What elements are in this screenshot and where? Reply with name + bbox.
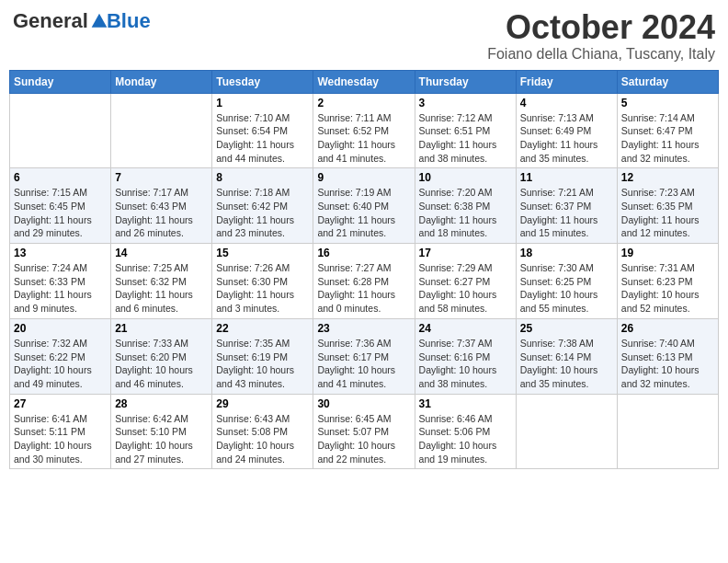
logo: General Blue (13, 9, 151, 33)
calendar-cell: 18Sunrise: 7:30 AMSunset: 6:25 PMDayligh… (516, 244, 617, 319)
weekday-header-thursday: Thursday (415, 70, 516, 93)
calendar-cell (111, 93, 212, 168)
day-number: 9 (317, 171, 410, 184)
calendar-cell: 29Sunrise: 6:43 AMSunset: 5:08 PMDayligh… (212, 394, 313, 469)
day-info: Sunrise: 7:35 AMSunset: 6:19 PMDaylight:… (216, 337, 309, 391)
calendar-cell: 15Sunrise: 7:26 AMSunset: 6:30 PMDayligh… (212, 244, 313, 319)
calendar-cell (617, 394, 718, 469)
day-info: Sunrise: 7:19 AMSunset: 6:40 PMDaylight:… (317, 186, 410, 240)
calendar-week-5: 27Sunrise: 6:41 AMSunset: 5:11 PMDayligh… (10, 394, 719, 469)
calendar-table: SundayMondayTuesdayWednesdayThursdayFrid… (9, 70, 719, 470)
calendar-cell (10, 93, 111, 168)
month-title: October 2024 (487, 9, 715, 46)
day-info: Sunrise: 7:32 AMSunset: 6:22 PMDaylight:… (14, 337, 107, 391)
day-number: 17 (419, 247, 512, 259)
day-number: 2 (317, 97, 410, 109)
day-number: 27 (14, 397, 107, 410)
calendar-week-2: 6Sunrise: 7:15 AMSunset: 6:45 PMDaylight… (10, 168, 719, 244)
day-info: Sunrise: 7:20 AMSunset: 6:38 PMDaylight:… (419, 186, 512, 240)
day-info: Sunrise: 7:27 AMSunset: 6:28 PMDaylight:… (317, 261, 410, 316)
day-info: Sunrise: 7:25 AMSunset: 6:32 PMDaylight:… (115, 261, 208, 316)
svg-marker-0 (92, 14, 108, 28)
day-info: Sunrise: 7:14 AMSunset: 6:47 PMDaylight:… (621, 111, 714, 166)
weekday-header-sunday: Sunday (10, 70, 111, 93)
day-number: 22 (216, 322, 309, 335)
calendar-cell: 1Sunrise: 7:10 AMSunset: 6:54 PMDaylight… (212, 93, 313, 168)
day-number: 30 (317, 397, 410, 410)
calendar-cell: 3Sunrise: 7:12 AMSunset: 6:51 PMDaylight… (415, 93, 516, 168)
calendar-cell: 28Sunrise: 6:42 AMSunset: 5:10 PMDayligh… (111, 394, 212, 469)
day-info: Sunrise: 7:23 AMSunset: 6:35 PMDaylight:… (621, 186, 714, 240)
day-number: 12 (621, 171, 714, 184)
day-number: 6 (14, 171, 107, 184)
day-number: 26 (621, 322, 714, 335)
day-info: Sunrise: 7:11 AMSunset: 6:52 PMDaylight:… (317, 111, 410, 166)
logo-blue-text: Blue (107, 9, 151, 33)
calendar-cell: 7Sunrise: 7:17 AMSunset: 6:43 PMDaylight… (111, 168, 212, 244)
calendar-cell: 14Sunrise: 7:25 AMSunset: 6:32 PMDayligh… (111, 244, 212, 319)
day-info: Sunrise: 7:13 AMSunset: 6:49 PMDaylight:… (520, 111, 613, 166)
day-number: 20 (14, 322, 107, 335)
calendar-cell: 24Sunrise: 7:37 AMSunset: 6:16 PMDayligh… (415, 318, 516, 394)
day-info: Sunrise: 7:10 AMSunset: 6:54 PMDaylight:… (216, 111, 309, 166)
day-number: 7 (115, 171, 208, 184)
day-info: Sunrise: 7:26 AMSunset: 6:30 PMDaylight:… (216, 261, 309, 316)
weekday-header-friday: Friday (516, 70, 617, 93)
day-number: 18 (520, 247, 613, 259)
day-number: 14 (115, 247, 208, 259)
day-number: 3 (419, 97, 512, 109)
day-info: Sunrise: 7:30 AMSunset: 6:25 PMDaylight:… (520, 261, 613, 316)
day-number: 28 (115, 397, 208, 410)
calendar-cell: 23Sunrise: 7:36 AMSunset: 6:17 PMDayligh… (313, 318, 415, 394)
page-header: General Blue October 2024 Foiano della C… (9, 9, 719, 63)
day-info: Sunrise: 7:37 AMSunset: 6:16 PMDaylight:… (419, 337, 512, 391)
calendar-cell: 2Sunrise: 7:11 AMSunset: 6:52 PMDaylight… (313, 93, 415, 168)
calendar-cell: 8Sunrise: 7:18 AMSunset: 6:42 PMDaylight… (212, 168, 313, 244)
day-number: 5 (621, 97, 714, 109)
day-info: Sunrise: 6:41 AMSunset: 5:11 PMDaylight:… (14, 412, 107, 466)
calendar-cell: 9Sunrise: 7:19 AMSunset: 6:40 PMDaylight… (313, 168, 415, 244)
day-number: 19 (621, 247, 714, 259)
day-number: 8 (216, 171, 309, 184)
calendar-cell: 26Sunrise: 7:40 AMSunset: 6:13 PMDayligh… (617, 318, 718, 394)
logo-icon (90, 12, 108, 30)
calendar-week-4: 20Sunrise: 7:32 AMSunset: 6:22 PMDayligh… (10, 318, 719, 394)
day-number: 29 (216, 397, 309, 410)
day-number: 31 (419, 397, 512, 410)
day-info: Sunrise: 6:46 AMSunset: 5:06 PMDaylight:… (419, 412, 512, 466)
day-info: Sunrise: 7:33 AMSunset: 6:20 PMDaylight:… (115, 337, 208, 391)
day-number: 25 (520, 322, 613, 335)
day-number: 13 (14, 247, 107, 259)
weekday-header-tuesday: Tuesday (212, 70, 313, 93)
weekday-header-saturday: Saturday (617, 70, 718, 93)
calendar-week-1: 1Sunrise: 7:10 AMSunset: 6:54 PMDaylight… (10, 93, 719, 168)
day-info: Sunrise: 7:18 AMSunset: 6:42 PMDaylight:… (216, 186, 309, 240)
day-number: 23 (317, 322, 410, 335)
calendar-cell: 4Sunrise: 7:13 AMSunset: 6:49 PMDaylight… (516, 93, 617, 168)
calendar-cell: 5Sunrise: 7:14 AMSunset: 6:47 PMDaylight… (617, 93, 718, 168)
day-info: Sunrise: 6:42 AMSunset: 5:10 PMDaylight:… (115, 412, 208, 466)
calendar-cell: 13Sunrise: 7:24 AMSunset: 6:33 PMDayligh… (10, 244, 111, 319)
day-info: Sunrise: 7:40 AMSunset: 6:13 PMDaylight:… (621, 337, 714, 391)
calendar-cell: 17Sunrise: 7:29 AMSunset: 6:27 PMDayligh… (415, 244, 516, 319)
calendar-cell: 16Sunrise: 7:27 AMSunset: 6:28 PMDayligh… (313, 244, 415, 319)
calendar-cell: 20Sunrise: 7:32 AMSunset: 6:22 PMDayligh… (10, 318, 111, 394)
day-info: Sunrise: 7:21 AMSunset: 6:37 PMDaylight:… (520, 186, 613, 240)
weekday-header-wednesday: Wednesday (313, 70, 415, 93)
calendar-cell: 22Sunrise: 7:35 AMSunset: 6:19 PMDayligh… (212, 318, 313, 394)
day-info: Sunrise: 7:29 AMSunset: 6:27 PMDaylight:… (419, 261, 512, 316)
day-info: Sunrise: 6:45 AMSunset: 5:07 PMDaylight:… (317, 412, 410, 466)
location-title: Foiano della Chiana, Tuscany, Italy (487, 46, 715, 63)
calendar-cell: 30Sunrise: 6:45 AMSunset: 5:07 PMDayligh… (313, 394, 415, 469)
calendar-cell: 31Sunrise: 6:46 AMSunset: 5:06 PMDayligh… (415, 394, 516, 469)
calendar-cell: 21Sunrise: 7:33 AMSunset: 6:20 PMDayligh… (111, 318, 212, 394)
day-number: 4 (520, 97, 613, 109)
day-info: Sunrise: 7:31 AMSunset: 6:23 PMDaylight:… (621, 261, 714, 316)
calendar-cell: 25Sunrise: 7:38 AMSunset: 6:14 PMDayligh… (516, 318, 617, 394)
day-info: Sunrise: 7:24 AMSunset: 6:33 PMDaylight:… (14, 261, 107, 316)
day-info: Sunrise: 7:17 AMSunset: 6:43 PMDaylight:… (115, 186, 208, 240)
day-number: 21 (115, 322, 208, 335)
day-number: 16 (317, 247, 410, 259)
calendar-cell: 6Sunrise: 7:15 AMSunset: 6:45 PMDaylight… (10, 168, 111, 244)
day-info: Sunrise: 7:15 AMSunset: 6:45 PMDaylight:… (14, 186, 107, 240)
